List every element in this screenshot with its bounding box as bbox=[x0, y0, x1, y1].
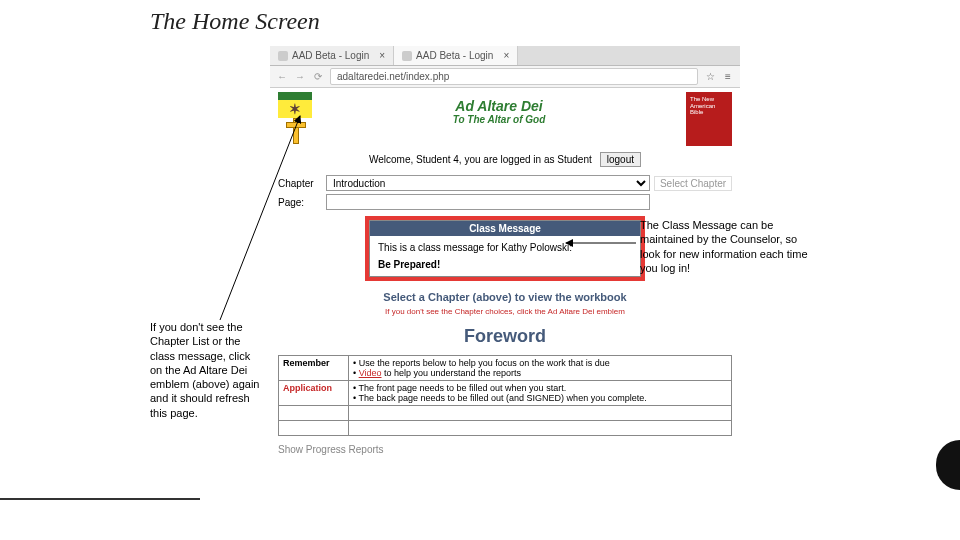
page-label: Page: bbox=[278, 197, 322, 208]
annotation-left: If you don't see the Chapter List or the… bbox=[150, 320, 265, 420]
info-table: Remember • Use the reports below to help… bbox=[278, 355, 732, 436]
table-row bbox=[279, 406, 732, 421]
address-bar: ← → ⟳ adaltaredei.net/index.php ☆ ≡ bbox=[270, 66, 740, 88]
logout-button[interactable]: logout bbox=[600, 152, 641, 167]
favicon-icon bbox=[278, 51, 288, 61]
favicon-icon bbox=[402, 51, 412, 61]
site-title: Ad Altare Dei bbox=[322, 98, 676, 114]
url-field[interactable]: adaltaredei.net/index.php bbox=[330, 68, 698, 85]
class-message-text: This is a class message for Kathy Polows… bbox=[378, 242, 632, 253]
chapter-select[interactable]: Introduction bbox=[326, 175, 650, 191]
welcome-text: Welcome, Student 4, you are logged in as… bbox=[369, 154, 592, 165]
close-icon[interactable]: × bbox=[379, 50, 385, 61]
star-icon[interactable]: ☆ bbox=[704, 71, 716, 82]
emblem-icon[interactable]: ✶ bbox=[278, 92, 312, 142]
table-row: Remember • Use the reports below to help… bbox=[279, 356, 732, 381]
video-link[interactable]: Video bbox=[359, 368, 382, 378]
chapter-label: Chapter bbox=[278, 178, 322, 189]
page-select[interactable] bbox=[326, 194, 650, 210]
tab-2-label: AAD Beta - Login bbox=[416, 50, 493, 61]
close-icon[interactable]: × bbox=[503, 50, 509, 61]
tab-1[interactable]: AAD Beta - Login × bbox=[270, 46, 394, 65]
tab-1-label: AAD Beta - Login bbox=[292, 50, 369, 61]
table-row bbox=[279, 421, 732, 436]
table-row: Application • The front page needs to be… bbox=[279, 381, 732, 406]
reload-icon[interactable]: ⟳ bbox=[312, 71, 324, 82]
title-underline bbox=[0, 498, 200, 500]
cell-remember-content: • Use the reports below to help you focu… bbox=[349, 356, 732, 381]
select-chapter-prompt: Select a Chapter (above) to view the wor… bbox=[278, 291, 732, 303]
show-progress-reports-link[interactable]: Show Progress Reports bbox=[278, 444, 732, 455]
tab-2[interactable]: AAD Beta - Login × bbox=[394, 46, 518, 65]
select-chapter-hint: If you don't see the Chapter choices, cl… bbox=[278, 307, 732, 316]
foreword-heading: Foreword bbox=[278, 326, 732, 347]
cell-application: Application bbox=[279, 381, 349, 406]
site-subtitle: To The Altar of God bbox=[322, 114, 676, 125]
browser-tabs: AAD Beta - Login × AAD Beta - Login × bbox=[270, 46, 740, 66]
class-message-bold: Be Prepared! bbox=[378, 259, 632, 270]
annotation-right: The Class Message can be maintained by t… bbox=[640, 218, 820, 275]
cell-remember: Remember bbox=[279, 356, 349, 381]
bible-book-icon[interactable]: The New American Bible bbox=[686, 92, 732, 146]
cell-application-content: • The front page needs to be filled out … bbox=[349, 381, 732, 406]
slide-nav-icon[interactable] bbox=[936, 440, 960, 490]
menu-icon[interactable]: ≡ bbox=[722, 71, 734, 82]
class-message-header: Class Message bbox=[370, 221, 640, 236]
browser-screenshot: AAD Beta - Login × AAD Beta - Login × ← … bbox=[270, 46, 740, 540]
forward-icon[interactable]: → bbox=[294, 71, 306, 82]
class-message-box: Class Message This is a class message fo… bbox=[365, 216, 645, 281]
back-icon[interactable]: ← bbox=[276, 71, 288, 82]
slide-title: The Home Screen bbox=[150, 8, 320, 35]
select-chapter-button[interactable]: Select Chapter bbox=[654, 176, 732, 191]
